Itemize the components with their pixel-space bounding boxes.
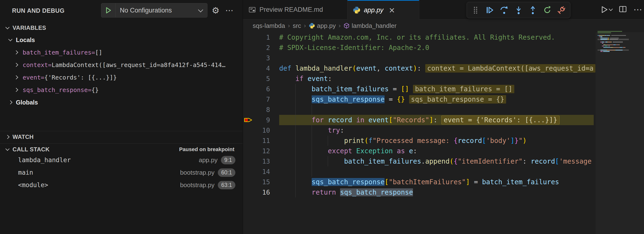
code-token: # Copyright Amazon.com, Inc. or its affi… <box>279 33 555 41</box>
code-token: def <box>279 64 295 72</box>
line-number[interactable]: 5 <box>243 74 270 84</box>
line-number[interactable]: 8 <box>243 105 270 115</box>
code-line-10[interactable]: 10 try: <box>243 125 644 135</box>
minimap[interactable] <box>598 31 644 55</box>
line-number[interactable]: 2 <box>243 42 270 53</box>
code-line-content: batch_item_failures.append({"itemIdentif… <box>279 156 596 166</box>
restart-button[interactable] <box>542 4 553 16</box>
code-line-11[interactable]: 11 print(f"Processed message: {record['b… <box>243 135 644 146</box>
python-icon <box>353 6 360 14</box>
code-line-14[interactable]: 14 <box>243 166 644 177</box>
chevron-down-icon <box>6 147 10 151</box>
line-number[interactable]: 3 <box>243 53 270 63</box>
breadcrumb-item-lambda-handler[interactable]: lambda_handler <box>344 22 396 29</box>
configurations-dropdown[interactable]: No Configurations <box>101 3 208 17</box>
frame-name: main <box>18 169 33 176</box>
code-token: sqs_batch_response <box>312 95 384 103</box>
tab-preview-readme[interactable]: Preview README.md <box>243 0 348 19</box>
split-editor-icon[interactable] <box>618 5 627 14</box>
breadcrumb-label: sqs-lambda <box>253 22 285 29</box>
continue-button[interactable] <box>484 4 496 16</box>
code-line-1[interactable]: 1# Copyright Amazon.com, Inc. or its aff… <box>243 32 644 42</box>
line-number[interactable]: 13 <box>243 156 270 166</box>
variable-row[interactable]: sqs_batch_response = {} <box>0 84 242 96</box>
breadcrumb-item-src[interactable]: src <box>293 22 301 29</box>
breadcrumb-item-sqs-lambda[interactable]: sqs-lambda <box>253 22 285 29</box>
code-line-13[interactable]: 13 batch_item_failures.append({"itemIden… <box>243 156 644 166</box>
stack-frame-row[interactable]: <module>bootstrap.py63:1 <box>0 179 242 191</box>
code-line-content: sqs_batch_response["batchItemFailures"] … <box>279 177 596 187</box>
call-stack-section-header[interactable]: CALL STACK Paused on breakpoint <box>0 143 242 155</box>
code-line-4[interactable]: 4def lambda_handler(event, context):cont… <box>243 63 644 74</box>
code-token: : <box>417 64 421 72</box>
step-over-button[interactable] <box>498 4 510 16</box>
gear-icon[interactable]: ⚙ <box>210 3 222 17</box>
line-number[interactable]: 12 <box>243 146 270 156</box>
stack-frame-row[interactable]: mainbootstrap.py60:1 <box>0 166 242 179</box>
code-token: : <box>340 126 344 134</box>
variable-row[interactable]: context = LambdaContext([aws_request_id=… <box>0 59 242 71</box>
more-actions-icon[interactable]: ⋯ <box>634 4 642 15</box>
code-line-content: print(f"Processed message: {record['body… <box>279 135 596 146</box>
chevron-right-icon <box>14 63 18 67</box>
code-line-content <box>279 105 596 115</box>
more-actions-icon[interactable]: ⋯ <box>223 3 236 17</box>
code-line-6[interactable]: 6 batch_item_failures = []batch_item_fai… <box>243 84 644 94</box>
line-number[interactable]: 10 <box>243 125 270 135</box>
code-line-16[interactable]: 16 return sqs_batch_response <box>243 187 644 198</box>
line-number[interactable]: 14 <box>243 166 270 177</box>
variable-row[interactable]: event = {'Records': [{...}]} <box>0 71 242 84</box>
code-line-8[interactable]: 8 <box>243 105 644 115</box>
variable-value: {'Records': [{...}]} <box>44 74 117 81</box>
variable-row[interactable]: batch_item_failures = [] <box>0 46 242 59</box>
code-line-15[interactable]: 15 sqs_batch_response["batchItemFailures… <box>243 177 644 187</box>
frame-file: app.py <box>199 156 218 164</box>
scope-globals[interactable]: Globals <box>0 96 242 109</box>
code-line-9[interactable]: 9 for record in event["Records"]:event =… <box>243 115 644 125</box>
line-number[interactable]: 1 <box>243 32 270 42</box>
line-number[interactable]: 11 <box>243 135 270 146</box>
line-number[interactable]: 16 <box>243 187 270 198</box>
code-line-content: sqs_batch_response = {}sqs_batch_respons… <box>279 94 596 105</box>
code-token: [] <box>401 85 409 93</box>
close-icon[interactable]: × <box>389 5 395 15</box>
tab-app-py[interactable]: app.py × <box>348 0 419 19</box>
variables-section-header[interactable]: VARIABLES <box>0 22 242 34</box>
line-number[interactable]: 4 <box>243 63 270 74</box>
code-editor[interactable]: 1# Copyright Amazon.com, Inc. or its aff… <box>243 32 644 234</box>
step-into-button[interactable] <box>513 4 524 16</box>
code-line-3[interactable]: 3 <box>243 53 644 63</box>
line-number[interactable]: 7 <box>243 94 270 105</box>
line-number[interactable]: 6 <box>243 84 270 94</box>
inline-debug-value: context = LambdaContext([aws_request_id=… <box>425 64 596 73</box>
code-line-12[interactable]: 12 except Exception as e: <box>243 146 644 156</box>
run-and-debug-sidebar: RUN AND DEBUG No Configurations ⚙ ⋯ VARI… <box>0 0 242 234</box>
frame-name: lambda_handler <box>18 156 71 164</box>
watch-section-header[interactable]: WATCH <box>0 131 242 143</box>
disconnect-button[interactable] <box>556 4 567 16</box>
stack-frame-row[interactable]: lambda_handlerapp.py9:1 <box>0 154 242 166</box>
variable-value: [] <box>95 49 102 56</box>
frame-file: bootstrap.py <box>180 181 214 189</box>
scope-locals[interactable]: Locals <box>0 34 242 46</box>
symbol-method-icon <box>344 23 350 29</box>
equals: = <box>92 49 95 56</box>
run-python-file-button[interactable] <box>600 5 612 14</box>
code-line-2[interactable]: 2# SPDX-License-Identifier: Apache-2.0 <box>243 42 644 53</box>
run-dropdown-icon[interactable] <box>609 7 613 11</box>
code-token: ( <box>352 64 356 72</box>
code-token <box>279 85 312 93</box>
sidebar-header: RUN AND DEBUG No Configurations ⚙ ⋯ <box>0 0 242 21</box>
code-line-7[interactable]: 7 sqs_batch_response = {}sqs_batch_respo… <box>243 94 644 105</box>
code-token <box>352 116 356 124</box>
chevron-right-icon <box>14 50 18 55</box>
breadcrumb-item-app-py[interactable]: app.py <box>309 22 336 29</box>
line-number[interactable]: 9 <box>243 115 270 125</box>
start-debug-icon[interactable] <box>101 3 116 17</box>
line-number[interactable]: 15 <box>243 177 270 187</box>
breadcrumb-label: app.py <box>317 22 336 29</box>
step-out-button[interactable] <box>527 4 538 16</box>
drag-handle-icon[interactable] <box>470 4 481 16</box>
code-line-5[interactable]: 5 if event: <box>243 74 644 84</box>
frame-position-badge: 60:1 <box>218 168 235 177</box>
